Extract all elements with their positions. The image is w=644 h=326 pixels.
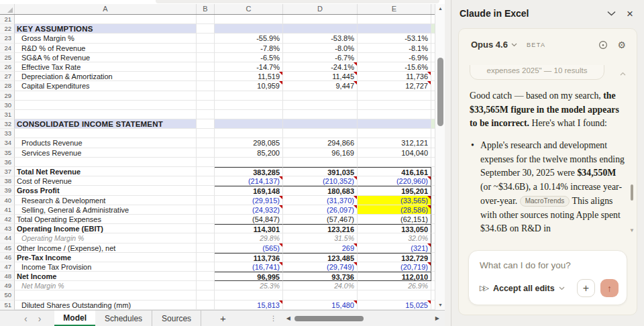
cell-E41[interactable]: (28,586) — [358, 205, 431, 215]
row-header-23[interactable]: 23 — [0, 34, 15, 43]
row-header-47[interactable]: 47 — [0, 262, 15, 272]
cell-D24[interactable]: -8.0% — [283, 44, 358, 53]
row-header-40[interactable]: 40 — [0, 196, 15, 205]
collapse-panel-icon[interactable] — [607, 11, 616, 16]
cell-E29[interactable] — [358, 91, 431, 101]
row-header-22[interactable]: 22 — [0, 24, 15, 34]
cell-A37[interactable]: Total Net Revenue — [15, 167, 197, 176]
cell-B44[interactable] — [197, 233, 215, 243]
cell-D40[interactable]: (31,370) — [283, 196, 358, 205]
row-header-25[interactable]: 25 — [0, 53, 15, 62]
cell-E33[interactable] — [358, 129, 431, 138]
send-button[interactable]: ↑ — [600, 279, 619, 297]
scroll-right-icon[interactable]: ▶ — [433, 315, 445, 321]
scroll-down-icon[interactable]: ▼ — [435, 301, 445, 310]
cell-A49[interactable]: Net Margin % — [15, 281, 197, 290]
cell-A44[interactable]: Operating Margin % — [15, 233, 197, 243]
cell-B21[interactable] — [197, 15, 215, 24]
cell-D32[interactable] — [283, 119, 358, 129]
cell-B45[interactable] — [197, 243, 215, 253]
cell-C43[interactable]: 114,301 — [215, 224, 283, 233]
cell-E31[interactable] — [358, 110, 431, 119]
chat-input-card[interactable]: What can I do for you? ▷▷ Accept all edi… — [468, 250, 627, 305]
sheet-tab-model[interactable]: Model — [54, 311, 95, 326]
horizontal-scrollbar[interactable]: ⋮ ◀ ▶ — [270, 311, 445, 326]
row-header-26[interactable]: 26 — [0, 62, 15, 72]
row-header-21[interactable]: 21 — [0, 15, 15, 24]
cell-A27[interactable]: Depreciation & Amortization — [15, 72, 197, 81]
add-sheet-button[interactable]: + — [216, 313, 230, 324]
cell-E35[interactable]: 104,040 — [358, 148, 431, 158]
vertical-scrollbar[interactable]: ▲ ▼ — [435, 4, 445, 310]
cell-A35[interactable]: Services Revenue — [15, 148, 197, 158]
cell-D35[interactable]: 96,169 — [283, 148, 358, 158]
column-header-E[interactable]: E — [358, 4, 431, 14]
cell-C24[interactable]: -7.8% — [215, 44, 283, 53]
cell-A32[interactable]: CONSOLIDATED INCOME STATEMENT — [15, 119, 197, 129]
cell-A51[interactable]: Diluted Shares Outstanding (mm) — [15, 301, 197, 310]
cell-B48[interactable] — [197, 272, 215, 281]
cell-B35[interactable] — [197, 148, 215, 158]
cell-C42[interactable]: (54,847) — [215, 215, 283, 224]
cell-B51[interactable] — [197, 301, 215, 310]
vertical-scroll-thumb[interactable] — [437, 58, 443, 126]
scroll-to-bottom-icon[interactable]: ▼ — [629, 227, 635, 233]
row-header-32[interactable]: 32 — [0, 119, 15, 129]
sheet-tab-sources[interactable]: Sources — [152, 311, 201, 326]
cell-A26[interactable]: Effective Tax Rate — [15, 62, 197, 72]
cell-A28[interactable]: Capital Expenditures — [15, 81, 197, 91]
cell-B33[interactable] — [197, 129, 215, 138]
cell-E25[interactable]: -6.9% — [358, 53, 431, 62]
cell-C51[interactable]: 15,813 — [215, 301, 283, 310]
cell-C38[interactable]: (214,137) — [215, 176, 283, 186]
cell-C25[interactable]: -6.5% — [215, 53, 283, 62]
cell-E21[interactable] — [358, 15, 431, 24]
cell-D27[interactable]: 11,445 — [283, 72, 358, 81]
prev-sheet-icon[interactable]: ‹ — [19, 311, 33, 326]
cell-E50[interactable] — [358, 290, 431, 300]
row-header-38[interactable]: 38 — [0, 176, 15, 186]
cell-A21[interactable] — [15, 15, 197, 24]
cell-D49[interactable]: 24.0% — [283, 281, 358, 290]
cell-B25[interactable] — [197, 53, 215, 62]
cell-B41[interactable] — [197, 205, 215, 215]
cell-D46[interactable]: 123,485 — [283, 253, 358, 262]
cell-E45[interactable]: (321) — [358, 243, 431, 253]
cell-B29[interactable] — [197, 91, 215, 101]
cell-E22[interactable] — [358, 24, 431, 34]
cell-C45[interactable]: (565) — [215, 243, 283, 253]
row-header-44[interactable]: 44 — [0, 233, 15, 243]
row-header-30[interactable]: 30 — [0, 101, 15, 110]
cell-E48[interactable]: 112,010 — [358, 272, 431, 281]
cell-D34[interactable]: 294,866 — [283, 138, 358, 148]
cell-C27[interactable]: 11,519 — [215, 72, 283, 81]
cell-D39[interactable]: 180,683 — [283, 186, 358, 195]
cell-E40[interactable]: (33,565) — [358, 196, 431, 205]
horizontal-scroll-thumb[interactable] — [294, 316, 364, 321]
cell-B27[interactable] — [197, 72, 215, 81]
cell-D33[interactable] — [283, 129, 358, 138]
horizontal-scroll-track[interactable] — [293, 311, 433, 326]
chevron-down-icon[interactable] — [511, 43, 517, 47]
cell-C37[interactable]: 383,285 — [215, 167, 283, 176]
cell-C32[interactable] — [215, 119, 283, 129]
cell-A25[interactable]: SG&A % of Revenue — [15, 53, 197, 62]
cell-B36[interactable] — [197, 158, 215, 167]
cell-E30[interactable] — [358, 101, 431, 110]
cell-B26[interactable] — [197, 62, 215, 72]
cell-B22[interactable] — [197, 24, 215, 34]
cell-E39[interactable]: 195,201 — [358, 186, 431, 195]
collapse-tool-result-icon[interactable] — [620, 66, 626, 78]
cell-C21[interactable] — [215, 15, 283, 24]
citation-chip[interactable]: MacroTrends — [520, 196, 570, 207]
cell-B40[interactable] — [197, 196, 215, 205]
row-header-48[interactable]: 48 — [0, 272, 15, 281]
cell-A45[interactable]: Other Income / (Expense), net — [15, 243, 197, 253]
cell-D51[interactable]: 15,480 — [283, 301, 358, 310]
cell-D25[interactable]: -6.7% — [283, 53, 358, 62]
row-header-42[interactable]: 42 — [0, 215, 15, 224]
cell-D43[interactable]: 123,216 — [283, 224, 358, 233]
cell-B50[interactable] — [197, 290, 215, 300]
cell-B38[interactable] — [197, 176, 215, 186]
cell-D44[interactable]: 31.5% — [283, 233, 358, 243]
